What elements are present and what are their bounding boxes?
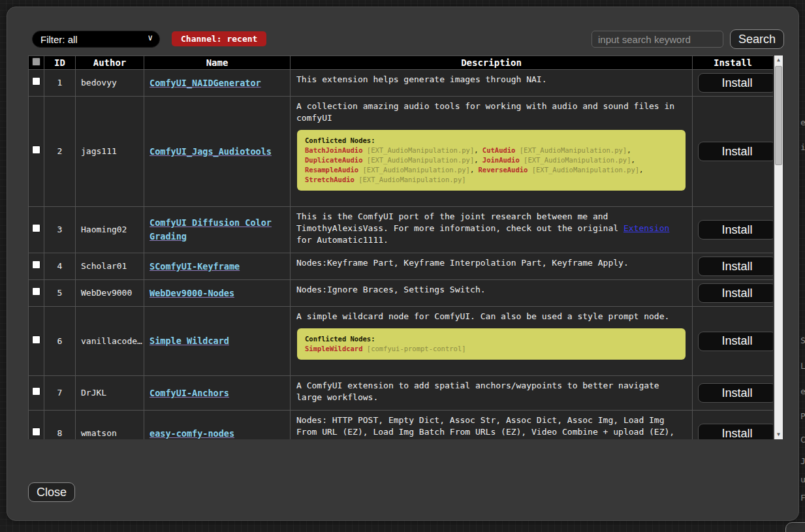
row-name-link[interactable]: ComfyUI Diffusion Color Grading xyxy=(150,217,272,242)
row-name-cell: SComfyUI-Keyframe xyxy=(144,253,291,280)
conflict-list: BatchJoinAudio [EXT_AudioManipulation.py… xyxy=(305,146,678,185)
conflicted-nodes-box: Conflicted Nodes:SimpleWildcard [comfyui… xyxy=(297,328,686,360)
row-checkbox[interactable] xyxy=(32,287,40,296)
table-row: 1 bedovyy ComfyUI_NAIDGenerator This ext… xyxy=(29,70,774,97)
conflict-node-name: JoinAudio xyxy=(482,156,520,164)
row-description-cell: Nodes:Keyframe Part, Keyframe Interpolat… xyxy=(291,253,693,280)
row-install-cell: Install xyxy=(693,376,774,411)
table-scrollbar[interactable]: ▲ ▼ xyxy=(774,55,783,439)
row-description-cell: This extension helps generate images thr… xyxy=(291,70,693,97)
header-id: ID xyxy=(44,56,76,70)
header-description: Description xyxy=(291,56,693,70)
scrollbar-thumb[interactable] xyxy=(775,66,782,165)
row-name-link[interactable]: Simple Wildcard xyxy=(150,336,229,346)
row-description-text: Nodes: HTTP POST, Empty Dict, Assoc Str,… xyxy=(296,415,686,439)
row-name-cell: ComfyUI_Jags_Audiotools xyxy=(144,97,291,207)
conflict-node-source: [comfyui-prompt-control] xyxy=(363,345,466,352)
conflict-node-source: [EXT_AudioManipulation.py] xyxy=(520,156,631,164)
table-row: 3 Haoming02 ComfyUI Diffusion Color Grad… xyxy=(29,207,774,253)
row-name-cell: ComfyUI-Anchors xyxy=(144,376,291,411)
conflict-node-source: [EXT_AudioManipulation.py] xyxy=(528,166,639,174)
scroll-down-icon[interactable]: ▼ xyxy=(774,430,783,439)
row-install-button[interactable]: Install xyxy=(698,220,773,240)
row-install-cell: Install xyxy=(693,307,774,376)
conflict-node-name: StretchAudio xyxy=(305,176,355,183)
row-checkbox[interactable] xyxy=(32,260,40,269)
row-description-text: A ComfyUI extension to add spatial ancho… xyxy=(296,380,686,403)
row-checkbox-cell xyxy=(29,411,44,440)
row-checkbox[interactable] xyxy=(32,387,40,396)
row-checkbox[interactable] xyxy=(32,224,40,232)
scroll-up-icon[interactable]: ▲ xyxy=(774,55,783,65)
table-row: 6 vanillacode… Simple Wildcard A simple … xyxy=(29,307,774,376)
row-name-cell: Simple Wildcard xyxy=(144,307,291,376)
row-description-text: Nodes:Keyframe Part, Keyframe Interpolat… xyxy=(296,257,686,269)
row-description-cell: Nodes: HTTP POST, Empty Dict, Assoc Str,… xyxy=(291,411,693,440)
conflict-node-source: [EXT_AudioManipulation.py] xyxy=(363,146,475,154)
row-install-button[interactable]: Install xyxy=(698,257,773,276)
bg-text-fragment: i xyxy=(800,142,805,152)
nodes-table: ID Author Name Description Install 1 bed… xyxy=(28,55,773,439)
select-all-header xyxy=(29,56,44,70)
row-checkbox-cell xyxy=(29,97,44,207)
row-name-link[interactable]: ComfyUI_NAIDGenerator xyxy=(150,78,261,88)
table-row: 8 wmatson easy-comfy-nodes Nodes: HTTP P… xyxy=(29,411,774,440)
row-id-cell: 2 xyxy=(44,97,76,207)
search-button[interactable]: Search xyxy=(730,29,784,49)
conflict-node-name: SimpleWildcard xyxy=(305,345,363,352)
row-install-button[interactable]: Install xyxy=(698,73,773,93)
row-name-link[interactable]: SComfyUI-Keyframe xyxy=(150,261,240,272)
row-checkbox-cell xyxy=(29,280,44,307)
bg-text-fragment: u xyxy=(800,475,805,484)
row-install-button[interactable]: Install xyxy=(698,283,773,303)
row-install-button[interactable]: Install xyxy=(698,424,773,439)
row-name-link[interactable]: WebDev9000-Nodes xyxy=(150,288,234,298)
row-checkbox-cell xyxy=(29,307,44,376)
row-id-cell: 4 xyxy=(44,253,76,280)
row-id-cell: 3 xyxy=(44,207,76,253)
row-id-cell: 1 xyxy=(44,70,76,97)
row-description-text: Nodes:Ignore Braces, Settings Switch. xyxy=(296,284,686,296)
conflict-node-name: ResampleAudio xyxy=(305,166,358,174)
row-id-cell: 7 xyxy=(44,376,76,411)
row-name-cell: WebDev9000-Nodes xyxy=(144,280,291,307)
filter-dropdown[interactable]: Filter: all ∨ xyxy=(32,31,160,48)
background-partial-button xyxy=(785,522,805,532)
row-author-cell: vanillacode… xyxy=(76,307,144,376)
row-install-button[interactable]: Install xyxy=(698,332,773,351)
select-all-checkbox[interactable] xyxy=(32,57,40,66)
row-install-button[interactable]: Install xyxy=(698,383,773,403)
bg-text-fragment: J xyxy=(800,456,805,466)
row-author-cell: Scholar01 xyxy=(76,253,144,280)
row-install-cell: Install xyxy=(693,97,774,207)
header-author: Author xyxy=(76,56,144,70)
row-name-link[interactable]: easy-comfy-nodes xyxy=(150,428,234,439)
row-checkbox[interactable] xyxy=(32,428,40,436)
table-row: 5 WebDev9000 WebDev9000-Nodes Nodes:Igno… xyxy=(29,280,774,307)
bg-text-fragment: L xyxy=(800,361,805,371)
row-checkbox[interactable] xyxy=(32,336,40,344)
filter-select[interactable]: Filter: all xyxy=(32,31,160,48)
row-install-button[interactable]: Install xyxy=(698,142,773,161)
row-name-cell: ComfyUI_NAIDGenerator xyxy=(144,70,291,97)
row-checkbox[interactable] xyxy=(32,146,40,154)
channel-badge[interactable]: Channel: recent xyxy=(172,31,266,46)
conflict-node-source: [EXT_AudioManipulation.py] xyxy=(355,176,466,183)
search-input[interactable] xyxy=(592,31,723,48)
bg-text-fragment: e xyxy=(800,117,805,127)
conflict-title: Conflicted Nodes: xyxy=(305,136,678,146)
row-checkbox[interactable] xyxy=(32,77,40,86)
close-button[interactable]: Close xyxy=(28,482,75,502)
row-id-cell: 8 xyxy=(44,411,76,440)
row-author-cell: jags111 xyxy=(76,97,144,207)
row-author-cell: bedovyy xyxy=(76,70,144,97)
row-author-cell: Haoming02 xyxy=(76,207,144,253)
row-description-cell: Nodes:Ignore Braces, Settings Switch. xyxy=(291,280,693,307)
row-description-cell: A collection amazing audio tools for wor… xyxy=(291,97,693,207)
table-row: 7 DrJKL ComfyUI-Anchors A ComfyUI extens… xyxy=(29,376,774,411)
row-name-link[interactable]: ComfyUI-Anchors xyxy=(150,388,229,398)
row-name-link[interactable]: ComfyUI_Jags_Audiotools xyxy=(150,146,272,157)
row-name-cell: easy-comfy-nodes xyxy=(144,411,291,440)
row-name-cell: ComfyUI Diffusion Color Grading xyxy=(144,207,291,253)
description-link[interactable]: Extension xyxy=(623,223,669,233)
